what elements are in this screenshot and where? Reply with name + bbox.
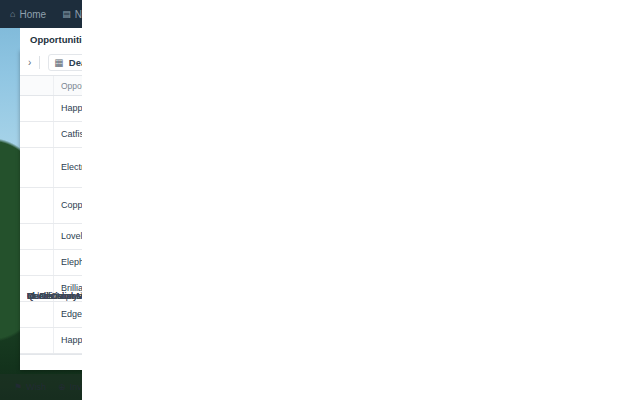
- footer-left: ⚑ Wish ⊕ Invite ⚙: [14, 382, 82, 392]
- nav-home-label: Home: [19, 9, 46, 20]
- home-icon: ⌂: [10, 9, 15, 19]
- wish-label: Wish: [26, 382, 46, 392]
- table-body: Happy Hotels - Pilot $15,000 Feb 18, 202…: [20, 96, 82, 354]
- top-navigation-bar: ⌂ Home ▤ Notes ✓ Tasks ≣ Pipeline ▦: [0, 0, 82, 28]
- invite-icon: ⊕: [58, 382, 66, 392]
- sheet-panel: › ▦ Deal Review ↗ Share ▥ Fields ▽ Filt: [20, 50, 82, 370]
- nav-notes[interactable]: ▤ Notes: [62, 0, 82, 28]
- app-window: Opportunities Accounts Contacts Leads Us…: [20, 28, 82, 370]
- main-nav: ⌂ Home ▤ Notes ✓ Tasks ≣ Pipeline: [10, 0, 82, 28]
- cell-stage[interactable]: Id. Decision Makers: [20, 96, 82, 354]
- screenshot-root: ⌂ Home ▤ Notes ✓ Tasks ≣ Pipeline ▦: [0, 0, 82, 400]
- nav-home[interactable]: ⌂ Home: [10, 0, 46, 28]
- table-row[interactable]: Happy Hotels - New Business $250,000 May…: [20, 328, 82, 354]
- footer-bar: ⚑ Wish ⊕ Invite ⚙ SCRATCHPAD: [0, 374, 82, 400]
- wish-link[interactable]: ⚑ Wish: [14, 382, 46, 392]
- table-header-row: Opportunity Name Amount Close Date Stage…: [20, 76, 82, 96]
- notes-icon: ▤: [62, 9, 71, 19]
- invite-label: Invite: [70, 382, 82, 392]
- invite-link[interactable]: ⊕ Invite: [58, 382, 82, 392]
- nav-notes-label: Notes: [75, 9, 82, 20]
- flag-icon: ⚑: [14, 382, 22, 392]
